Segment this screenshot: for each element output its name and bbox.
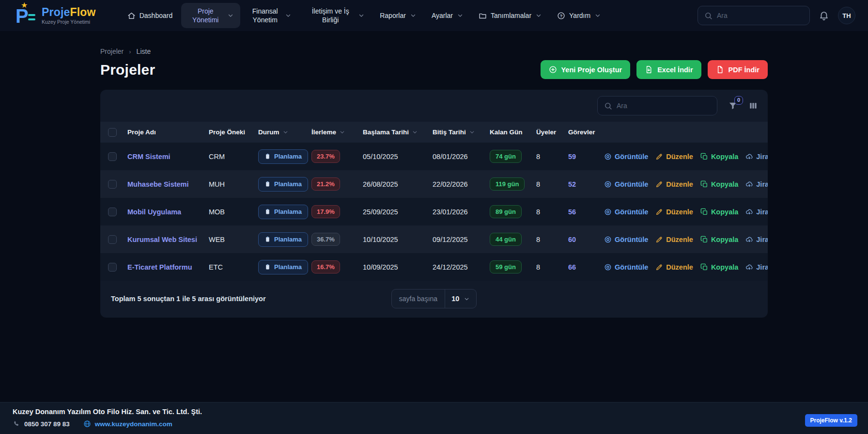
nav-label: Dashboard <box>140 11 173 20</box>
breadcrumb-projeler[interactable]: Projeler <box>100 48 124 55</box>
nav-item-raporlar[interactable]: Raporlar <box>373 7 423 24</box>
nav-item-ayarlar[interactable]: Ayarlar <box>425 7 470 24</box>
nav-item-yardim[interactable]: Yardım <box>551 7 607 24</box>
tasks-count[interactable]: 52 <box>568 180 604 188</box>
page-footer: Kuzey Donanım Yazılım Oto Filo Hiz. San.… <box>0 402 868 434</box>
nav-item-iletisim-is-birligi[interactable]: İletişim ve İş Birliği <box>300 3 371 28</box>
nav-item-proje-yonetimi[interactable]: Proje Yönetimi <box>181 3 240 28</box>
globe-icon <box>83 420 91 428</box>
pencil-icon <box>655 180 663 188</box>
file-download-icon <box>645 65 653 74</box>
global-search-input[interactable] <box>717 12 803 19</box>
project-prefix: CRM <box>209 153 258 161</box>
progress-badge: 21.2% <box>311 177 340 191</box>
pencil-icon <box>655 236 663 243</box>
copy-icon <box>700 180 708 188</box>
select-all-checkbox[interactable] <box>108 128 117 137</box>
view-action[interactable]: Görüntüle <box>604 263 648 271</box>
project-name-link[interactable]: Muhasebe Sistemi <box>127 180 189 188</box>
chevron-down-icon <box>282 129 289 135</box>
project-prefix: MUH <box>209 180 258 188</box>
notifications-button[interactable] <box>819 10 829 21</box>
header-bitis-tarihi[interactable]: Bitiş Tarihi <box>433 129 490 136</box>
project-name-link[interactable]: Kurumsal Web Sitesi <box>127 236 197 243</box>
tasks-count[interactable]: 56 <box>568 208 604 216</box>
row-checkbox[interactable] <box>108 263 117 272</box>
jira-action[interactable]: Jira'd <box>745 208 768 216</box>
chevron-down-icon <box>535 12 542 19</box>
results-summary: Toplam 5 sonuçtan 1 ile 5 arası görüntül… <box>111 295 391 303</box>
end-date: 08/01/2026 <box>433 153 490 161</box>
project-name-link[interactable]: Mobil Uygulama <box>127 208 181 216</box>
table-row: Mobil Uygulama MOB Planlama 17.9% 25/09/… <box>100 198 768 225</box>
nav-item-tanimlamalar[interactable]: Tanımlamalar <box>472 7 548 24</box>
nav-item-dashboard[interactable]: Dashboard <box>121 7 179 24</box>
header-durum[interactable]: Durum <box>258 129 311 136</box>
members-count: 8 <box>536 208 568 216</box>
pencil-icon <box>655 208 663 216</box>
file-icon <box>716 65 724 74</box>
status-badge: Planlama <box>258 149 308 164</box>
tasks-count[interactable]: 66 <box>568 263 604 271</box>
header-ilerleme[interactable]: İlerleme <box>311 129 363 136</box>
view-action[interactable]: Görüntüle <box>604 153 648 161</box>
flow-line-icon <box>28 14 35 16</box>
filter-count-badge: 0 <box>734 96 743 105</box>
copy-action[interactable]: Kopyala <box>700 153 738 161</box>
table-search-input[interactable] <box>617 102 711 110</box>
nav-item-finansal-yonetim[interactable]: Finansal Yönetim <box>243 3 298 28</box>
table-row: E-Ticaret Platformu ETC Planlama 16.7% 1… <box>100 253 768 281</box>
tasks-count[interactable]: 60 <box>568 236 604 243</box>
row-checkbox[interactable] <box>108 208 117 216</box>
edit-action[interactable]: Düzenle <box>655 236 693 243</box>
project-name-link[interactable]: E-Ticaret Platformu <box>127 263 192 271</box>
search-icon <box>704 12 713 20</box>
row-checkbox[interactable] <box>108 152 117 161</box>
create-project-button[interactable]: Yeni Proje Oluştur <box>541 60 631 79</box>
excel-download-button[interactable]: Excel İndir <box>636 60 701 79</box>
pdf-download-button[interactable]: PDF İndir <box>708 60 768 79</box>
tasks-count[interactable]: 59 <box>568 153 604 161</box>
row-actions: Görüntüle Düzenle Kopyala Jira'd <box>604 208 768 216</box>
view-action[interactable]: Görüntüle <box>604 180 648 188</box>
view-action[interactable]: Görüntüle <box>604 208 648 216</box>
folder-icon <box>479 12 487 20</box>
row-checkbox[interactable] <box>108 180 117 189</box>
table-row: CRM Sistemi CRM Planlama 23.7% 05/10/202… <box>100 143 768 170</box>
per-page-label: sayfa başına <box>392 289 445 308</box>
copy-action[interactable]: Kopyala <box>700 208 738 216</box>
edit-action[interactable]: Düzenle <box>655 153 693 161</box>
edit-action[interactable]: Düzenle <box>655 208 693 216</box>
status-badge: Planlama <box>258 177 308 192</box>
per-page-select[interactable]: 10 <box>445 289 476 308</box>
copy-action[interactable]: Kopyala <box>700 263 738 271</box>
cloud-download-icon <box>745 263 753 271</box>
project-name-link[interactable]: CRM Sistemi <box>127 153 170 161</box>
copy-action[interactable]: Kopyala <box>700 180 738 188</box>
header-baslama-tarihi[interactable]: Başlama Tarihi <box>363 129 433 136</box>
project-prefix: MOB <box>209 208 258 216</box>
jira-action[interactable]: Jira'd <box>745 153 768 161</box>
jira-action[interactable]: Jira'd <box>745 263 768 271</box>
chevron-down-icon <box>412 129 418 135</box>
filter-button[interactable]: 0 <box>728 101 738 111</box>
chevron-down-icon <box>457 12 464 19</box>
jira-action[interactable]: Jira'd <box>745 236 768 243</box>
edit-action[interactable]: Düzenle <box>655 180 693 188</box>
user-avatar[interactable]: TH <box>838 7 855 24</box>
phone-number: 0850 307 89 83 <box>13 420 70 428</box>
version-badge[interactable]: ProjeFlow v.1.2 <box>805 414 857 427</box>
phone-icon <box>13 420 20 428</box>
eye-icon <box>604 208 612 216</box>
app-logo[interactable]: ★ P ProjeFlow Kuzey Proje Yönetimi <box>15 3 96 28</box>
view-action[interactable]: Görüntüle <box>604 236 648 243</box>
row-checkbox[interactable] <box>108 235 117 244</box>
plus-circle-icon <box>549 65 557 74</box>
jira-action[interactable]: Jira'd <box>745 180 768 188</box>
copy-action[interactable]: Kopyala <box>700 236 738 243</box>
copy-icon <box>700 263 708 271</box>
end-date: 22/02/2026 <box>433 180 490 188</box>
columns-button[interactable] <box>748 101 758 111</box>
edit-action[interactable]: Düzenle <box>655 263 693 271</box>
website-link[interactable]: www.kuzeydonanim.com <box>83 420 172 428</box>
